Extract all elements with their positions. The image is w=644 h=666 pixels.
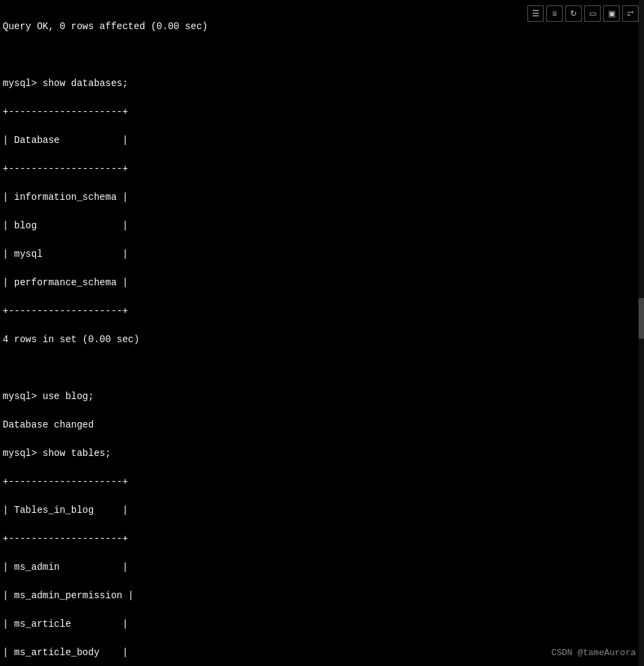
line-border-1: +--------------------+ (3, 106, 128, 117)
line-ms-admin: | ms_admin | (3, 562, 128, 573)
terminal-window: ☰ ≡ ↻ ▭ ▣ ⥂ Query OK, 0 rows affected (0… (0, 0, 644, 666)
line-query-ok: Query OK, 0 rows affected (0.00 sec) (3, 21, 207, 32)
line-show-tables: mysql> show tables; (3, 448, 111, 459)
toolbar: ☰ ≡ ↻ ▭ ▣ ⥂ (527, 5, 639, 22)
image-button[interactable]: ▣ (603, 5, 620, 22)
line-border-3: +--------------------+ (3, 306, 128, 316)
line-db-info: | information_schema | (3, 192, 128, 203)
line-border-5: +--------------------+ (3, 533, 128, 544)
line-db-blog: | blog | (3, 220, 128, 231)
line-ms-article-body: | ms_article_body | (3, 647, 128, 658)
menu-button[interactable]: ☰ (527, 5, 544, 22)
expand-button[interactable]: ⥂ (622, 5, 639, 22)
line-border-4: +--------------------+ (3, 476, 128, 487)
terminal-output: Query OK, 0 rows affected (0.00 sec) mys… (3, 5, 641, 666)
line-4rows: 4 rows in set (0.00 sec) (3, 334, 140, 345)
list-button[interactable]: ≡ (546, 5, 563, 22)
scrollbar-track[interactable] (639, 0, 644, 666)
edit-button[interactable]: ▭ (584, 5, 601, 22)
line-ms-admin-perm: | ms_admin_permission | (3, 590, 134, 601)
line-use-blog: mysql> use blog; (3, 391, 94, 402)
line-border-2: +--------------------+ (3, 163, 128, 174)
watermark: CSDN @tameAurora (551, 648, 636, 658)
line-db-header: | Database | (3, 135, 128, 146)
line-db-mysql: | mysql | (3, 249, 128, 259)
line-tables-header: | Tables_in_blog | (3, 505, 128, 516)
scrollbar-thumb[interactable] (639, 298, 644, 339)
line-show-databases: mysql> show databases; (3, 78, 128, 89)
line-ms-article: | ms_article | (3, 619, 128, 629)
line-db-perf: | performance_schema | (3, 277, 128, 288)
refresh-button[interactable]: ↻ (565, 5, 582, 22)
line-db-changed: Database changed (3, 419, 94, 430)
